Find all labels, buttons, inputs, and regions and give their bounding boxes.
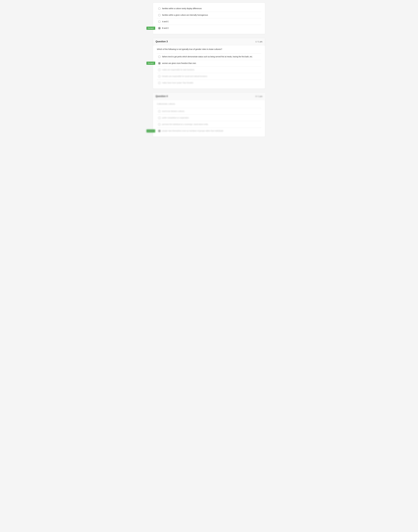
question-body-2: Which of the following is not typically …	[153, 45, 265, 89]
question-title-3: Question 4	[156, 95, 168, 98]
radio-2a[interactable]	[158, 56, 161, 58]
answer-option-3d[interactable]: Correct! people view themselves more as …	[157, 127, 261, 134]
question-points-3: 0 / 1 pts	[255, 95, 262, 97]
answer-label-1a: families within a culture rarely display…	[162, 7, 202, 10]
question-body-3: Collectivistic cultures tend to be Weste…	[153, 100, 265, 137]
radio-1a[interactable]	[158, 7, 161, 10]
correct-badge-1: Correct!	[146, 27, 155, 30]
question-header-2: Question 3 1 / 1 pts	[153, 38, 265, 45]
correct-badge-2: Correct!	[146, 62, 155, 65]
answer-option-3c[interactable]: perceive the individual as a sovereign, …	[157, 121, 261, 127]
radio-3a[interactable]	[158, 110, 161, 113]
radio-3c[interactable]	[158, 123, 161, 125]
question-body-1: families within a culture rarely display…	[153, 3, 265, 34]
question-card-3: Question 4 0 / 1 pts Collectivistic cult…	[153, 93, 265, 137]
answer-label-2d: females are responsible for social and c…	[162, 75, 207, 78]
answer-option-2a[interactable]: fathers tend to get perks which demonstr…	[157, 53, 261, 60]
answer-label-2a: fathers tend to get perks which demonstr…	[162, 55, 253, 58]
radio-2b[interactable]	[158, 62, 161, 65]
answer-option-2e[interactable]: males have more 'power' than females	[157, 79, 261, 86]
radio-2d[interactable]	[158, 75, 161, 78]
question-text-2: Which of the following is not typically …	[157, 48, 261, 51]
correct-badge-3: Correct!	[146, 129, 155, 133]
question-header-3: Question 4 0 / 1 pts	[153, 93, 265, 100]
answer-option-2c[interactable]: males are responsible for task functions	[157, 67, 261, 73]
answer-label-1d: B and C	[162, 27, 169, 30]
radio-1c[interactable]	[158, 21, 161, 23]
question-text-3: Collectivistic cultures	[157, 102, 261, 105]
radio-3b[interactable]	[158, 117, 161, 119]
answer-label-3c: perceive the individual as a sovereign, …	[162, 123, 208, 126]
answer-label-2b: women are given more freedom than men	[162, 62, 196, 65]
radio-1b[interactable]	[158, 14, 161, 16]
question-title-2: Question 3	[156, 40, 168, 43]
radio-3d[interactable]	[158, 130, 161, 132]
answer-option-2d[interactable]: females are responsible for social and c…	[157, 73, 261, 79]
answer-label-2e: males have more 'power' than females	[162, 81, 193, 84]
answer-option-3b[interactable]: prefer competition to cooperation	[157, 114, 261, 121]
radio-2e[interactable]	[158, 82, 161, 84]
radio-1d[interactable]	[158, 27, 161, 29]
answer-label-2c: males are responsible for task functions	[162, 68, 194, 71]
answer-option-1c[interactable]: A and C	[157, 18, 261, 25]
answer-label-3b: prefer competition to cooperation	[162, 116, 189, 119]
question-card-2: Question 3 1 / 1 pts Which of the follow…	[153, 38, 265, 89]
answer-label-1c: A and C	[162, 20, 169, 23]
radio-2c[interactable]	[158, 69, 161, 71]
answer-option-2b[interactable]: Correct! women are given more freedom th…	[157, 60, 261, 67]
answer-option-1a[interactable]: families within a culture rarely display…	[157, 5, 261, 12]
question-points-2: 1 / 1 pts	[255, 40, 262, 43]
answer-option-1d[interactable]: Correct! B and C	[157, 25, 261, 31]
answer-label-1b: families within a given culture are inte…	[162, 14, 208, 16]
answer-label-3d: people view themselves more as members o…	[162, 129, 223, 132]
page-container: families within a culture rarely display…	[150, 0, 268, 143]
answer-label-3a: tend to be Western cultures	[162, 110, 185, 113]
answer-option-3a[interactable]: tend to be Western cultures	[157, 108, 261, 114]
answer-option-1b[interactable]: families within a given culture are inte…	[157, 12, 261, 18]
question-card-1: families within a culture rarely display…	[153, 3, 265, 34]
